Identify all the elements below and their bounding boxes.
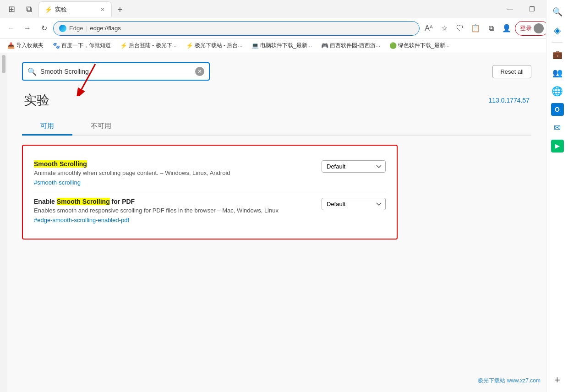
iqiyi-icon: ▶ xyxy=(551,140,564,152)
flag-title-before-2: Enable xyxy=(34,198,57,205)
search-input[interactable] xyxy=(40,68,191,75)
avatar xyxy=(534,23,544,33)
people-icon: 👥 xyxy=(552,68,563,78)
split-screen-button[interactable]: ⧉ xyxy=(484,21,498,36)
title-bar: ⊞ ⧉ ⚡ 实验 ✕ + — ❐ ✕ xyxy=(0,0,568,18)
flag-control-1: Default Enabled Disabled xyxy=(322,160,386,173)
login-button[interactable]: 登录 xyxy=(515,21,549,36)
page-title: 实验 xyxy=(24,92,49,109)
login-label: 登录 xyxy=(520,24,532,33)
flag-info-1: Smooth Scrolling Animate smoothly when s… xyxy=(34,160,314,186)
flag-item-smooth-scrolling: Smooth Scrolling Animate smoothly when s… xyxy=(34,155,386,192)
search-clear-button[interactable]: ✕ xyxy=(195,67,204,76)
import-icon: 📥 xyxy=(7,42,15,49)
jiguang1-icon: ⚡ xyxy=(120,42,127,49)
search-container: 🔍 ✕ Reset all xyxy=(22,62,531,81)
green-software-icon: 🟢 xyxy=(389,42,397,49)
flag-select-2[interactable]: Default Enabled Disabled xyxy=(322,198,386,210)
reset-all-button[interactable]: Reset all xyxy=(492,65,531,78)
flag-link-2[interactable]: #edge-smooth-scrolling-enabled-pdf xyxy=(34,217,129,223)
address-text: edge://flags xyxy=(90,25,414,32)
back-button[interactable]: ← xyxy=(4,21,18,36)
minimize-button[interactable]: — xyxy=(499,2,520,16)
flag-title-highlight-1: Smooth Scrolling xyxy=(34,160,87,168)
nav-bar: ← → ↻ Edge | edge://flags Aᴬ ☆ 🛡 📋 ⧉ 👤 登… xyxy=(0,18,568,38)
briefcase-icon: 💼 xyxy=(552,49,563,60)
bookmark-jiguang2[interactable]: ⚡ 极光下载站 - 后台... xyxy=(182,40,246,51)
flag-desc-1: Animate smoothly when scrolling page con… xyxy=(34,169,314,176)
pc-software-icon: 💻 xyxy=(251,42,259,49)
address-bar[interactable]: Edge | edge://flags xyxy=(53,21,420,36)
reload-button[interactable]: ↻ xyxy=(37,21,51,36)
sidebar-send-button[interactable]: ✉ xyxy=(549,120,566,136)
flags-search-box[interactable]: 🔍 ✕ xyxy=(22,62,210,81)
flag-title-2: Enable Smooth Scrolling for PDF xyxy=(34,198,314,205)
profile-button[interactable]: 👤 xyxy=(499,21,514,36)
sidebar-collections-button[interactable]: ◈ xyxy=(549,22,566,38)
send-icon: ✉ xyxy=(554,123,561,133)
flags-tabs: 可用 不可用 xyxy=(22,118,531,136)
bookmark-jiguang2-label: 极光下载站 - 后台... xyxy=(195,42,243,49)
tab-unavailable[interactable]: 不可用 xyxy=(72,118,130,136)
bookmarks-bar: 📥 导入收藏夹 🐾 百度一下，你就知道 ⚡ 后台登陆 - 极光下... ⚡ 极光… xyxy=(0,38,568,53)
read-aloud-button[interactable]: Aᴬ xyxy=(421,21,436,36)
bookmark-xixi[interactable]: 🎮 西西软件园-西西游... xyxy=(317,40,384,51)
forward-button[interactable]: → xyxy=(20,21,35,36)
bookmark-green-software[interactable]: 🟢 绿色软件下载_最新... xyxy=(386,40,453,51)
bookmark-pc-software[interactable]: 💻 电脑软件下载_最新... xyxy=(248,40,316,51)
edge-icon: 🌐 xyxy=(552,86,563,97)
bookmark-import-label: 导入收藏夹 xyxy=(16,42,44,49)
sidebar-divider-1 xyxy=(552,42,563,43)
restore-button[interactable]: ❐ xyxy=(521,2,542,16)
add-icon: + xyxy=(554,374,560,386)
sidebar-briefcase-button[interactable]: 💼 xyxy=(549,46,566,63)
collections-icon: ◈ xyxy=(554,25,561,36)
tab-sidebar-toggle[interactable]: ⊞ xyxy=(4,1,19,17)
main-wrapper: 🔍 ✕ Reset all 实验 113.0.1774.57 xyxy=(0,53,546,392)
version-text: 113.0.1774.57 xyxy=(488,97,530,104)
flag-item-pdf-smooth-scrolling: Enable Smooth Scrolling for PDF Enables … xyxy=(34,192,386,229)
bookmark-jiguang1[interactable]: ⚡ 后台登陆 - 极光下... xyxy=(116,40,180,51)
sidebar-add-button[interactable]: + xyxy=(549,372,566,388)
search-icon: 🔍 xyxy=(552,7,563,17)
bookmark-baidu[interactable]: 🐾 百度一下，你就知道 xyxy=(49,40,115,51)
flag-title-highlight-2: Smooth Scrolling xyxy=(57,198,110,205)
sidebar-people-button[interactable]: 👥 xyxy=(549,65,566,81)
new-tab-button[interactable]: + xyxy=(114,3,126,17)
bookmark-jiguang1-label: 后台登陆 - 极光下... xyxy=(129,42,177,49)
sidebar-edge-button[interactable]: 🌐 xyxy=(549,83,566,99)
outlook-icon: O xyxy=(551,103,564,116)
xixi-icon: 🎮 xyxy=(321,42,328,49)
edge-logo xyxy=(59,25,66,32)
tab-available[interactable]: 可用 xyxy=(22,118,72,136)
tab-title: 实验 xyxy=(55,5,97,14)
sidebar-search-button[interactable]: 🔍 xyxy=(549,4,566,20)
scrollbar-thumb[interactable] xyxy=(2,55,5,73)
bookmark-xixi-label: 西西软件园-西西游... xyxy=(330,42,380,49)
sidebar-iqiyi-button[interactable]: ▶ xyxy=(549,138,566,154)
watermark: 极光下载站 www.xz7.com xyxy=(478,377,541,385)
right-sidebar: 🔍 ◈ 💼 👥 🌐 O ✉ ▶ + xyxy=(546,0,568,392)
flag-select-1[interactable]: Default Enabled Disabled xyxy=(322,160,386,173)
scrollbar[interactable] xyxy=(0,53,7,392)
sidebar-outlook-button[interactable]: O xyxy=(549,101,566,118)
favorites-button[interactable]: ☆ xyxy=(437,21,452,36)
content-area: 🔍 ✕ Reset all 实验 113.0.1774.57 xyxy=(7,53,546,392)
tab-vertical-toggle[interactable]: ⧉ xyxy=(21,1,37,17)
nav-right-buttons: Aᴬ ☆ 🛡 📋 ⧉ 👤 登录 ⋯ xyxy=(421,21,564,36)
browser-essentials-button[interactable]: 🛡 xyxy=(453,21,467,36)
bookmark-baidu-label: 百度一下，你就知道 xyxy=(61,42,111,49)
search-icon: 🔍 xyxy=(27,67,37,76)
active-tab[interactable]: ⚡ 实验 ✕ xyxy=(38,1,112,17)
tab-available-label: 可用 xyxy=(40,122,54,130)
bookmark-import[interactable]: 📥 导入收藏夹 xyxy=(4,40,47,51)
results-box: Smooth Scrolling Animate smoothly when s… xyxy=(22,145,398,240)
flag-link-1[interactable]: #smooth-scrolling xyxy=(34,179,81,186)
bookmark-green-software-label: 绿色软件下载_最新... xyxy=(398,42,450,49)
collections-button[interactable]: 📋 xyxy=(468,21,483,36)
flag-desc-2: Enables smooth and responsive scrolling … xyxy=(34,207,314,214)
flag-control-2: Default Enabled Disabled xyxy=(322,198,386,210)
jiguang2-icon: ⚡ xyxy=(186,42,193,49)
tab-close-button[interactable]: ✕ xyxy=(99,5,106,14)
tab-unavailable-label: 不可用 xyxy=(91,122,111,130)
